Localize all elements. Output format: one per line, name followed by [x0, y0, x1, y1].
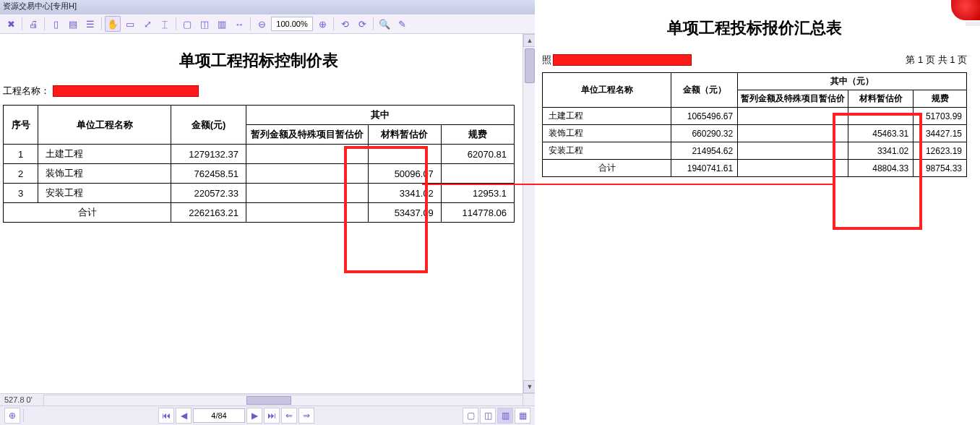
- cell-total-label: 合计: [4, 203, 171, 223]
- snapshot-icon[interactable]: ⤢: [139, 16, 155, 32]
- select-tool-icon[interactable]: ▭: [122, 16, 138, 32]
- cell-c3: [441, 164, 514, 184]
- col-c3: 规费: [914, 90, 967, 108]
- print-icon[interactable]: 🖨: [25, 16, 41, 32]
- cell-seq: 2: [4, 164, 38, 184]
- facing-icon[interactable]: ◫: [197, 16, 212, 32]
- cell-c1: [738, 108, 848, 125]
- search-icon[interactable]: 🔍: [377, 16, 392, 32]
- cell-c3: 12953.1: [441, 184, 514, 203]
- cell-c2: [368, 145, 441, 164]
- table-header-row: 序号 单位工程名称 金额(元) 其中: [4, 106, 515, 125]
- prev-page-icon[interactable]: ◀: [176, 408, 192, 424]
- scroll-up-icon[interactable]: ▲: [523, 34, 535, 47]
- cell-total-c3: 114778.06: [441, 203, 514, 223]
- project-name-label: 工程名称：: [3, 85, 50, 98]
- cell-c2: [848, 108, 914, 125]
- left-viewer-pane: 资源交易中心[专用H] ✖ 🖨 ▯ ▤ ☰ ✋ ▭ ⤢ ⌶ ▢ ◫ ▥ ↔ ⊖ …: [0, 0, 536, 425]
- cell-c2: 50096.07: [368, 164, 441, 184]
- prev-view-icon[interactable]: ⇐: [281, 408, 297, 424]
- scroll-down-icon[interactable]: ▼: [523, 380, 535, 393]
- cell-c3: 34427.15: [914, 125, 967, 142]
- cell-name: 安装工程: [38, 184, 171, 203]
- corner-tab-shadow: [966, 22, 980, 26]
- separator: [44, 17, 45, 30]
- separator: [333, 17, 334, 30]
- cell-c3: 12623.19: [914, 142, 967, 160]
- toolbar: ✖ 🖨 ▯ ▤ ☰ ✋ ▭ ⤢ ⌶ ▢ ◫ ▥ ↔ ⊖ 100.00% ⊕ ⟲ …: [0, 14, 535, 34]
- right-prefix: 照: [542, 53, 551, 66]
- table-row: 土建工程 1065496.67 51703.99: [543, 108, 967, 125]
- separator: [250, 17, 251, 30]
- cell-total-amount: 1940741.61: [671, 160, 738, 177]
- next-page-icon[interactable]: ▶: [246, 408, 262, 424]
- zoom-in-icon[interactable]: ⊕: [314, 16, 330, 32]
- zoom-input[interactable]: 100.00%: [271, 17, 313, 31]
- book-icon[interactable]: ▤: [65, 16, 81, 32]
- rotate-cw-icon[interactable]: ⟳: [354, 16, 370, 32]
- layout-c-icon[interactable]: ▥: [497, 408, 513, 424]
- single-page-icon[interactable]: ▢: [179, 16, 195, 32]
- tools-icon[interactable]: ✎: [394, 16, 410, 32]
- col-amount: 金额（元）: [671, 73, 738, 108]
- table-row: 3 安装工程 220572.33 3341.02 12953.1: [4, 184, 515, 203]
- page-icon[interactable]: ▯: [48, 16, 64, 32]
- add-icon[interactable]: ⊕: [4, 408, 20, 424]
- cell-amount: 220572.33: [171, 184, 246, 203]
- cell-seq: 1: [4, 145, 38, 164]
- col-mid: 其中: [246, 106, 514, 125]
- layout-b-icon[interactable]: ◫: [480, 408, 496, 424]
- redaction-bar: [553, 54, 692, 66]
- table-row: 2 装饰工程 762458.51 50096.07: [4, 164, 515, 184]
- separator: [176, 17, 176, 30]
- redaction-bar: [53, 85, 199, 97]
- hand-tool-icon[interactable]: ✋: [105, 16, 121, 32]
- cell-name: 土建工程: [38, 145, 171, 164]
- cell-amount: 762458.51: [171, 164, 246, 184]
- horizontal-scrollbar[interactable]: [43, 395, 523, 406]
- last-page-icon[interactable]: ⏭: [264, 408, 280, 424]
- table-row: 装饰工程 660290.32 45463.31 34427.15: [543, 125, 967, 142]
- col-c3: 规费: [441, 125, 514, 145]
- status-bar: 527.8 0': [0, 393, 535, 405]
- next-view-icon[interactable]: ⇒: [298, 408, 314, 424]
- cell-c1: [246, 184, 368, 203]
- text-select-icon[interactable]: ⌶: [157, 16, 173, 32]
- cell-amount: 660290.32: [671, 125, 738, 142]
- col-seq: 序号: [4, 106, 38, 145]
- cell-amount: 1065496.67: [671, 108, 738, 125]
- layout-d-icon[interactable]: ▦: [515, 408, 530, 424]
- table-header-row: 单位工程名称 金额（元） 其中（元）: [543, 73, 967, 90]
- scroll-thumb[interactable]: [525, 48, 535, 83]
- separator: [101, 17, 102, 30]
- col-c1: 暂列金额及特殊项目暂估价: [738, 90, 848, 108]
- close-icon[interactable]: ✖: [3, 16, 19, 32]
- right-compare-pane: 单项工程投标报价汇总表 照 第 1 页 共 1 页 单位工程名称 金额（元） 其…: [535, 0, 980, 425]
- table-total-row: 合计 2262163.21 53437.09 114778.06: [4, 203, 515, 223]
- col-name: 单位工程名称: [543, 73, 671, 108]
- continuous-icon[interactable]: ▥: [214, 16, 230, 32]
- window-title: 资源交易中心[专用H]: [0, 0, 535, 14]
- hscroll-thumb[interactable]: [246, 396, 291, 405]
- cell-total-c2: 48804.33: [848, 160, 914, 177]
- fit-width-icon[interactable]: ↔: [231, 16, 247, 32]
- col-c1: 暂列金额及特殊项目暂估价: [246, 125, 368, 145]
- separator: [22, 17, 22, 30]
- project-name-row: 工程名称：: [3, 85, 515, 98]
- rotate-ccw-icon[interactable]: ⟲: [337, 16, 353, 32]
- page-input[interactable]: 4/84: [193, 408, 245, 423]
- zoom-out-icon[interactable]: ⊖: [254, 16, 270, 32]
- right-title: 单项工程投标报价汇总表: [542, 17, 967, 39]
- page-info: 第 1 页 共 1 页: [906, 53, 967, 66]
- col-c2: 材料暂估价: [848, 90, 914, 108]
- first-page-icon[interactable]: ⏮: [158, 408, 174, 424]
- cell-amount: 1279132.37: [171, 145, 246, 164]
- cell-name: 土建工程: [543, 108, 671, 125]
- document-viewport[interactable]: 单项工程招标控制价表 工程名称： 序号 单位工程名称 金额(元) 其中 暂列金额…: [0, 34, 535, 393]
- cell-total-c1: [738, 160, 848, 177]
- layout-a-icon[interactable]: ▢: [463, 408, 478, 424]
- outline-icon[interactable]: ☰: [82, 16, 98, 32]
- separator: [373, 17, 374, 30]
- vertical-scrollbar[interactable]: ▲ ▼: [523, 34, 535, 393]
- left-price-table: 序号 单位工程名称 金额(元) 其中 暂列金额及特殊项目暂估价 材料暂估价 规费…: [3, 105, 515, 223]
